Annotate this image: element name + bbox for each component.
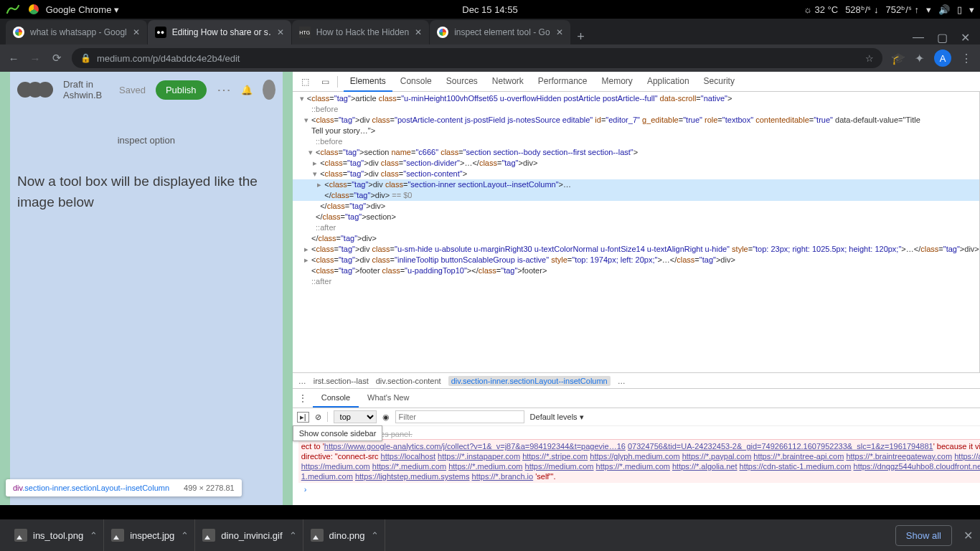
wifi-icon[interactable]: ▾	[926, 4, 931, 15]
dom-node[interactable]: ::after	[293, 276, 979, 287]
window-maximize-icon[interactable]: ▢	[937, 31, 948, 44]
download-filename: inspect.jpg	[130, 530, 174, 541]
tab-close-icon[interactable]: ✕	[277, 27, 284, 37]
devtools-tab-network[interactable]: Network	[486, 72, 530, 92]
address-bar[interactable]: 🔒 medium.com/p/d4abddc4e2b4/edit ☆	[72, 48, 882, 68]
dom-node[interactable]: ▾<class="tag">div class="section-content…	[293, 169, 979, 179]
console-tab-console[interactable]: Console	[313, 389, 359, 408]
live-expression-icon[interactable]: ◉	[382, 413, 390, 422]
console-drawer-menu-icon[interactable]: ⋮	[293, 389, 313, 408]
profile-avatar[interactable]: A	[934, 50, 951, 67]
url-text: medium.com/p/d4abddc4e2b4/edit	[97, 53, 240, 64]
browser-tab[interactable]: HTGHow to Hack the Hidden✕	[292, 20, 429, 44]
dom-node[interactable]: <class="tag">footer class="u-paddingTop1…	[293, 265, 979, 276]
console-filter-input[interactable]	[395, 410, 524, 423]
console-sidebar-toggle-icon[interactable]: ▸|	[297, 412, 309, 423]
dom-node[interactable]: ▸<class="tag">div class="section-inner s…	[293, 179, 979, 190]
device-toggle-icon[interactable]: ▭	[317, 77, 334, 87]
clear-console-icon[interactable]: ⊘	[315, 413, 321, 422]
dom-node[interactable]: ▾<class="tag">div class="postArticle-con…	[293, 115, 979, 126]
console-prompt[interactable]: ›	[298, 483, 980, 496]
browser-tab[interactable]: ●●Editing How to share or s…✕	[148, 20, 291, 44]
medium-editor[interactable]: inspect option Now a tool box will be di…	[0, 108, 293, 234]
dom-node[interactable]: </class="tag">div> == $0	[293, 190, 979, 201]
dom-node[interactable]: ::after	[293, 222, 979, 233]
cast-icon[interactable]: 🎓	[891, 52, 904, 65]
breadcrumb-item[interactable]: irst.section--last	[314, 377, 369, 385]
dom-node[interactable]: ▾<class="tag">section name="c666" class=…	[293, 147, 979, 158]
download-menu-icon[interactable]: ⌃	[289, 530, 297, 541]
dom-node[interactable]: </class="tag">div>	[293, 201, 979, 212]
browser-tab[interactable]: what is whatsapp - Googl✕	[6, 20, 147, 44]
download-menu-icon[interactable]: ⌃	[371, 530, 379, 541]
log-level-select[interactable]: Default levels ▾	[530, 413, 584, 422]
download-item[interactable]: dino.png⌃	[303, 519, 386, 551]
browser-tab[interactable]: inspect element tool - Go✕	[430, 20, 570, 44]
console-tab-whatsnew[interactable]: What's New	[359, 389, 418, 408]
download-menu-icon[interactable]: ⌃	[181, 530, 189, 541]
breadcrumb-item[interactable]: div.section-inner.sectionLayout--insetCo…	[448, 376, 611, 386]
window-minimize-icon[interactable]: —	[913, 31, 924, 44]
user-avatar[interactable]	[263, 80, 275, 100]
download-item[interactable]: ins_tool.png⌃	[7, 519, 104, 551]
download-item[interactable]: dino_invinci.gif⌃	[195, 519, 303, 551]
download-menu-icon[interactable]: ⌃	[90, 530, 98, 541]
battery-icon[interactable]: ▯	[957, 4, 962, 15]
medium-logo-icon[interactable]	[17, 82, 53, 98]
forward-button[interactable]: →	[29, 52, 42, 65]
weather[interactable]: ☼ 32 °C	[804, 4, 838, 15]
devtools-tab-security[interactable]: Security	[697, 72, 741, 92]
google-favicon-icon	[437, 27, 448, 38]
devtools-tab-elements[interactable]: Elements	[344, 72, 392, 92]
dom-node[interactable]: </class="tag">div>	[293, 233, 979, 244]
star-bookmark-icon[interactable]: ☆	[865, 53, 874, 64]
breadcrumb-item[interactable]: …	[298, 377, 306, 385]
extensions-icon[interactable]: ✦	[913, 52, 925, 65]
dom-node[interactable]: ::before	[293, 136, 979, 147]
elements-breadcrumb[interactable]: …irst.section--lastdiv.section-contentdi…	[293, 372, 980, 388]
execution-context-select[interactable]: top	[334, 410, 377, 423]
google-favicon-icon	[13, 27, 24, 38]
dom-node[interactable]: ::before	[293, 104, 979, 115]
tab-close-icon[interactable]: ✕	[133, 27, 140, 37]
dom-node[interactable]: </class="tag">section>	[293, 212, 979, 222]
show-all-downloads-button[interactable]: Show all	[895, 525, 952, 546]
console-output[interactable]: been moved to the Issues panel.View Issu…	[293, 426, 980, 505]
publish-button[interactable]: Publish	[156, 80, 207, 100]
devtools-tab-application[interactable]: Application	[641, 72, 696, 92]
devtools-tab-sources[interactable]: Sources	[440, 72, 484, 92]
new-tab-button[interactable]: +	[571, 29, 591, 44]
devtools-tab-memory[interactable]: Memory	[595, 72, 639, 92]
download-item[interactable]: inspect.jpg⌃	[104, 519, 195, 551]
inspect-element-icon[interactable]: ⬚	[297, 77, 314, 87]
devtools-tab-performance[interactable]: Performance	[532, 72, 594, 92]
elements-dom-tree[interactable]: ▾<class="tag">article class="u-minHeight…	[293, 92, 979, 372]
lock-icon: 🔒	[80, 53, 91, 63]
breadcrumb-item[interactable]: …	[618, 377, 626, 385]
more-menu-icon[interactable]: ⋯	[217, 81, 231, 98]
chrome-indicator[interactable]: Google Chrome ▾	[29, 4, 119, 15]
downloads-shelf: ins_tool.png⌃inspect.jpg⌃dino_invinci.gi…	[0, 519, 980, 551]
dom-node[interactable]: ▸<class="tag">div class="inlineTooltip b…	[293, 255, 979, 265]
file-image-icon	[311, 529, 324, 542]
chrome-menu-icon[interactable]: ⋮	[960, 52, 973, 65]
notifications-icon[interactable]: 🔔	[241, 85, 253, 95]
paragraph: Now a tool box will be displayed like th…	[17, 171, 275, 212]
dom-node[interactable]: Tell your story…">	[293, 126, 979, 136]
dom-node[interactable]: ▸<class="tag">div class="u-sm-hide u-abs…	[293, 244, 979, 255]
tab-close-icon[interactable]: ✕	[415, 27, 422, 37]
devtools-tab-console[interactable]: Console	[394, 72, 438, 92]
breadcrumb-item[interactable]: div.section-content	[376, 377, 441, 385]
volume-icon[interactable]: 🔊	[938, 4, 950, 15]
back-button[interactable]: ←	[7, 52, 20, 65]
close-shelf-icon[interactable]: ✕	[963, 529, 973, 542]
tab-close-icon[interactable]: ✕	[556, 27, 563, 37]
window-close-icon[interactable]: ✕	[961, 31, 970, 44]
dom-node[interactable]: ▾<class="tag">article class="u-minHeight…	[293, 93, 979, 104]
console-error-row: analytics.js:37ect to 'https://www.googl…	[298, 439, 980, 483]
reload-button[interactable]: ⟳	[50, 52, 63, 65]
dom-node[interactable]: ▸<class="tag">div class="section-divider…	[293, 158, 979, 169]
clock[interactable]: Dec 15 14:55	[462, 4, 517, 15]
power-icon[interactable]: ▾	[969, 4, 974, 15]
draft-label: Draft in Ashwin.B	[63, 79, 109, 100]
